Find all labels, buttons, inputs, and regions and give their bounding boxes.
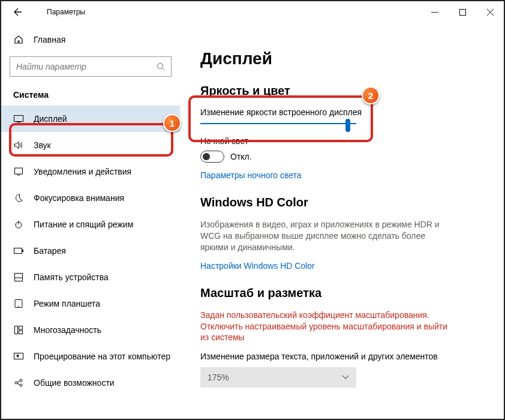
sound-icon xyxy=(13,141,24,149)
nav-label: Фокусировка внимания xyxy=(34,193,124,203)
moon-icon xyxy=(13,194,24,202)
annotation-badge-2: 2 xyxy=(362,86,380,104)
nav-label: Питание и спящий режим xyxy=(34,220,133,229)
project-icon xyxy=(13,353,24,360)
svg-point-15 xyxy=(15,382,17,384)
home-nav[interactable]: Главная xyxy=(1,26,180,53)
svg-rect-0 xyxy=(459,9,465,15)
nav-projecting[interactable]: Проецирование на этот компьютер xyxy=(1,343,180,370)
window-title: Параметры xyxy=(47,8,85,16)
close-icon xyxy=(487,9,494,16)
title-bar: Параметры — xyxy=(1,1,504,23)
toggle-knob xyxy=(203,153,210,160)
nav-label: Звук xyxy=(34,140,51,150)
nav-label: Многозадачность xyxy=(34,325,101,335)
nav-label: Память устройства xyxy=(34,272,109,282)
svg-rect-2 xyxy=(14,116,23,122)
nav-label: Режим планшета xyxy=(34,299,100,308)
svg-point-10 xyxy=(18,306,19,307)
tablet-icon xyxy=(13,299,24,308)
search-icon xyxy=(157,62,165,71)
svg-rect-12 xyxy=(19,326,23,330)
svg-rect-6 xyxy=(22,250,23,252)
hdr-description: Изображения в видео, играх и приложениях… xyxy=(200,219,452,253)
nav-list: Дисплей Звук Уведомления и действия Фоку… xyxy=(1,106,180,396)
search-input[interactable] xyxy=(10,56,172,77)
chevron-down-icon xyxy=(342,375,349,380)
svg-rect-3 xyxy=(15,168,23,174)
svg-rect-5 xyxy=(14,248,22,254)
nav-shared[interactable]: Общие возможности xyxy=(1,370,180,396)
notification-icon xyxy=(13,167,24,176)
nav-storage[interactable]: Память устройства xyxy=(1,264,180,290)
back-button[interactable] xyxy=(7,1,29,23)
multitask-icon xyxy=(13,326,24,334)
scale-value: 175% xyxy=(208,373,229,382)
section-scale: Масштаб и разметка xyxy=(200,286,481,300)
nav-label: Батарея xyxy=(34,246,66,256)
arrow-left-icon xyxy=(13,7,23,17)
page-title: Дисплей xyxy=(200,49,481,68)
section-hdr: Windows HD Color xyxy=(200,196,481,209)
nav-label: Дисплей xyxy=(34,114,67,124)
nav-label: Уведомления и действия xyxy=(34,167,131,176)
toggle-state: Откл. xyxy=(230,152,252,161)
svg-rect-13 xyxy=(19,331,23,334)
nav-sound[interactable]: Звук xyxy=(1,132,180,158)
nav-notifications[interactable]: Уведомления и действия xyxy=(1,158,180,185)
hdr-settings-link[interactable]: Настройки Windows HD Color xyxy=(200,261,315,271)
content: Дисплей Яркость и цвет Изменение яркости… xyxy=(180,23,504,419)
nav-battery[interactable]: Батарея xyxy=(1,238,180,264)
share-icon xyxy=(13,379,24,387)
scale-warning[interactable]: Задан пользовательский коэффициент масшт… xyxy=(200,310,452,344)
nav-tablet[interactable]: Режим планшета xyxy=(1,290,180,317)
scale-dropdown[interactable]: 175% xyxy=(200,367,356,388)
svg-point-1 xyxy=(158,64,163,69)
svg-rect-7 xyxy=(15,274,23,281)
svg-point-16 xyxy=(20,379,22,382)
section-brightness: Яркость и цвет xyxy=(200,84,481,98)
search-field[interactable] xyxy=(16,62,157,71)
storage-icon xyxy=(13,273,24,281)
maximize-button[interactable] xyxy=(449,1,476,23)
maximize-icon xyxy=(459,9,466,16)
home-icon xyxy=(13,35,24,44)
nav-power[interactable]: Питание и спящий режим xyxy=(1,211,180,238)
svg-rect-8 xyxy=(15,278,23,281)
night-light-label: Ночной свет xyxy=(200,136,481,146)
scale-label: Изменение размера текста, приложений и д… xyxy=(200,352,481,361)
svg-rect-11 xyxy=(15,326,18,334)
nav-label: Проецирование на этот компьютер xyxy=(34,352,170,361)
nav-focus[interactable]: Фокусировка внимания xyxy=(1,185,180,211)
home-label: Главная xyxy=(34,35,65,44)
battery-icon xyxy=(13,248,24,254)
nav-multitask[interactable]: Многозадачность xyxy=(1,317,180,343)
nav-display[interactable]: Дисплей xyxy=(1,106,180,132)
minimize-button[interactable]: — xyxy=(421,1,449,23)
brightness-slider[interactable] xyxy=(200,123,356,124)
annotation-badge-1: 1 xyxy=(163,114,181,132)
display-icon xyxy=(13,115,24,122)
nav-label: Общие возможности xyxy=(34,378,115,388)
svg-point-17 xyxy=(20,384,22,386)
night-light-settings-link[interactable]: Параметры ночного света xyxy=(200,170,302,180)
night-light-toggle[interactable] xyxy=(200,151,224,163)
group-header: Система xyxy=(1,77,180,106)
sidebar: Главная Система Дисплей Звук xyxy=(1,23,180,419)
brightness-label: Изменение яркости встроенного дисплея xyxy=(200,107,481,117)
slider-thumb[interactable] xyxy=(345,119,350,132)
power-icon xyxy=(13,220,24,229)
close-button[interactable] xyxy=(476,1,504,23)
